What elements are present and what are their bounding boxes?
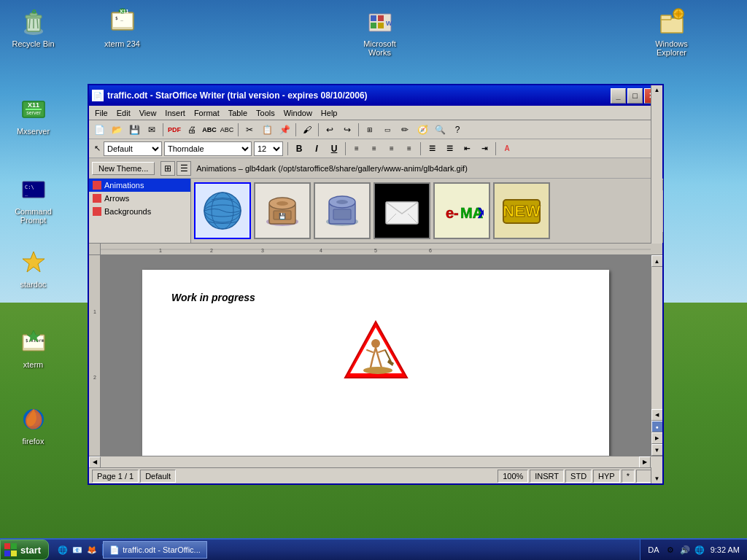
svg-rect-16 xyxy=(371,23,376,28)
desktop-icon-command-prompt[interactable]: C:\ _ Command Prompt xyxy=(6,175,61,225)
tray-icon3[interactable]: 🌐 xyxy=(694,544,705,556)
gallery-item-new[interactable]: NEW xyxy=(493,182,550,239)
start-button[interactable]: start xyxy=(0,540,49,560)
doc-scroll-next-button[interactable]: ▶ xyxy=(651,432,663,444)
gallery-category-arrows[interactable]: Arrows xyxy=(89,192,190,205)
menu-table[interactable]: Table xyxy=(224,107,252,119)
gallery-grid-view-button[interactable]: ⊞ xyxy=(160,161,175,176)
doc-scroll-right-button[interactable]: ▶ xyxy=(639,456,651,468)
gallery-category-backgrounds[interactable]: Backgrounds xyxy=(89,205,190,218)
minimize-button[interactable]: _ xyxy=(611,88,626,104)
app-icon: 📄 xyxy=(92,90,104,101)
taskbar-app-writer[interactable]: 📄 traffic.odt - StarOffic... xyxy=(103,541,207,559)
menu-tools[interactable]: Tools xyxy=(252,107,279,119)
save-button[interactable]: 💾 xyxy=(126,122,142,138)
gallery-item-disk2[interactable] xyxy=(314,182,371,239)
gallery-category-animations[interactable]: Animations xyxy=(89,179,190,192)
gallery-item-globe[interactable] xyxy=(194,182,251,239)
maximize-button[interactable]: □ xyxy=(627,88,643,104)
doc-scroll-up-button[interactable]: ▲ xyxy=(651,255,663,267)
status-bar: Page 1 / 1 Default 100% INSRT STD HYP * xyxy=(89,467,662,483)
copy-button[interactable]: 📋 xyxy=(259,122,275,138)
desktop-icon-recycle-bin[interactable]: ♻ Recycle Bin xyxy=(6,7,61,49)
align-right-button[interactable]: ≡ xyxy=(384,141,400,157)
quicklaunch-icon2[interactable]: 📧 xyxy=(71,544,83,556)
desktop-icon-firefox[interactable]: firefox xyxy=(6,405,61,446)
style-selector[interactable]: Default xyxy=(104,141,162,156)
xterm-icon: $ xterm xyxy=(19,328,48,357)
num-list-button[interactable]: ☰ xyxy=(441,141,457,157)
gallery-item-emax[interactable]: e- MA X xyxy=(433,182,490,239)
menu-view[interactable]: View xyxy=(135,107,161,119)
format-sep2 xyxy=(345,142,346,155)
desktop-icon-xterm[interactable]: $ xterm xterm xyxy=(6,328,61,370)
align-center-button[interactable]: ≡ xyxy=(366,141,382,157)
tray-icon2[interactable]: 🔊 xyxy=(679,544,691,556)
underline-button[interactable]: U xyxy=(326,141,342,157)
help-button[interactable]: ? xyxy=(449,122,465,138)
bold-button[interactable]: B xyxy=(291,141,307,157)
menu-help[interactable]: Help xyxy=(317,107,342,119)
drawing-button[interactable]: ✏ xyxy=(397,122,413,138)
svg-text:4: 4 xyxy=(320,248,322,253)
autocorrect-button[interactable]: ABC xyxy=(219,122,235,138)
font-color-button[interactable]: A xyxy=(499,141,515,157)
increase-indent-button[interactable]: ⇥ xyxy=(476,141,492,157)
doc-scroll-prev-button[interactable]: ◀ xyxy=(651,409,663,421)
menu-edit[interactable]: Edit xyxy=(112,107,135,119)
navigator-button[interactable]: 🧭 xyxy=(414,122,430,138)
svg-marker-32 xyxy=(23,252,44,272)
insert-table-button[interactable]: ⊞ xyxy=(362,122,378,138)
size-selector[interactable]: 12 xyxy=(254,141,283,156)
redo-button[interactable]: ↪ xyxy=(339,122,355,138)
gallery-list-view-button[interactable]: ☰ xyxy=(177,161,191,176)
svg-text:NEW: NEW xyxy=(503,202,541,220)
open-button[interactable]: 📂 xyxy=(109,122,125,138)
paint-format-button[interactable]: 🖌 xyxy=(299,122,315,138)
format-sep3 xyxy=(420,142,421,155)
email-button[interactable]: ✉ xyxy=(144,122,160,138)
print-preview-button[interactable]: 🖨 xyxy=(184,122,200,138)
svg-rect-15 xyxy=(378,15,384,21)
menu-format[interactable]: Format xyxy=(190,107,224,119)
italic-button[interactable]: I xyxy=(309,141,325,157)
gallery-item-envelope[interactable] xyxy=(374,182,430,239)
cut-button[interactable]: ✂ xyxy=(241,122,258,138)
new-theme-button[interactable]: New Theme... xyxy=(92,162,155,175)
menu-insert[interactable]: Insert xyxy=(160,107,190,119)
undo-button[interactable]: ↩ xyxy=(322,122,338,138)
document-scroll-area[interactable]: Work in progress xyxy=(101,255,651,456)
insert-frame-button[interactable]: ▭ xyxy=(379,122,395,138)
doc-horizontal-scrollbar: ◀ ▶ xyxy=(89,456,662,467)
desktop-icon-microsoft-works[interactable]: W Microsoft Works xyxy=(352,7,407,58)
desktop-icon-stardoc[interactable]: stardoc xyxy=(6,248,61,289)
align-left-button[interactable]: ≡ xyxy=(349,141,365,157)
window-title: traffic.odt - StarOffice Writer (trial v… xyxy=(107,90,609,101)
system-clock: 9:32 AM xyxy=(707,545,743,554)
justify-button[interactable]: ≡ xyxy=(401,141,417,157)
doc-scroll-nav-button[interactable]: ● xyxy=(651,421,663,432)
quicklaunch-ie-icon[interactable]: 🌐 xyxy=(57,544,69,556)
decrease-indent-button[interactable]: ⇤ xyxy=(459,141,475,157)
find-button[interactable]: 🔍 xyxy=(432,122,448,138)
doc-scroll-left-button[interactable]: ◀ xyxy=(89,456,101,468)
new-button[interactable]: 📄 xyxy=(91,122,107,138)
title-bar: 📄 traffic.odt - StarOffice Writer (trial… xyxy=(89,85,662,106)
desktop-icon-xterm234[interactable]: $ _ X11 xterm 234 xyxy=(95,7,150,49)
tray-icon1[interactable]: ⚙ xyxy=(665,544,676,556)
app-window: 📄 traffic.odt - StarOffice Writer (trial… xyxy=(88,84,664,485)
quicklaunch-icon3[interactable]: 🦊 xyxy=(86,544,98,556)
desktop-icon-windows-explorer[interactable]: Windows Explorer xyxy=(644,7,699,58)
font-selector[interactable]: Thorndale xyxy=(164,141,252,156)
desktop-icon-mxserver[interactable]: X11 server Mxserver xyxy=(6,95,61,136)
document-page[interactable]: Work in progress xyxy=(142,270,609,456)
gallery-item-disk1[interactable]: 💾 xyxy=(254,182,311,239)
list-button[interactable]: ☰ xyxy=(424,141,440,157)
doc-scroll-down-button[interactable]: ▼ xyxy=(651,444,663,456)
spellcheck-button[interactable]: ABC xyxy=(201,122,217,138)
xterm-label: xterm xyxy=(21,359,46,370)
pdf-button[interactable]: PDF xyxy=(166,122,182,138)
menu-file[interactable]: File xyxy=(90,107,112,119)
menu-window[interactable]: Window xyxy=(279,107,317,119)
paste-button[interactable]: 📌 xyxy=(276,122,293,138)
